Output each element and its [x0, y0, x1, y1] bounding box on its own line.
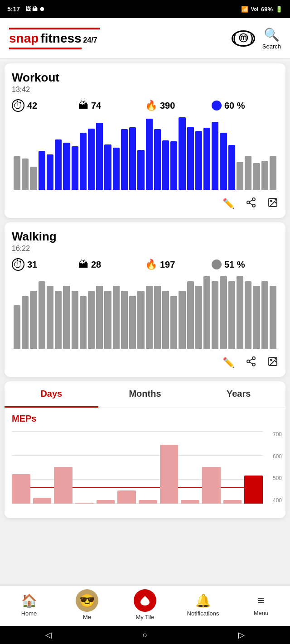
meps-bar	[139, 500, 157, 504]
workout-bar	[228, 145, 235, 190]
walking-bar	[72, 291, 78, 349]
meps-bar	[97, 500, 115, 504]
walking-actions: ✏️	[12, 352, 278, 370]
walking-bar	[39, 281, 45, 349]
workout-bar	[261, 161, 268, 190]
workout-stat-flame: 🔥 390	[145, 100, 212, 111]
percent-dot-blue	[212, 101, 222, 111]
meps-y-axis: 700 600 500 400	[273, 431, 282, 504]
walking-bar	[162, 291, 169, 349]
android-recents[interactable]: ▷	[238, 630, 245, 640]
signal-icon: Vol	[251, 6, 258, 12]
workout-bar	[121, 129, 128, 190]
workout-edit-button[interactable]: ✏️	[222, 197, 235, 211]
svg-point-15	[271, 359, 272, 360]
walking-share-button[interactable]	[246, 356, 256, 370]
svg-line-13	[250, 359, 253, 361]
timer-icon: ⏱	[12, 99, 24, 112]
meps-chart-container: 700 600 500 400	[5, 428, 285, 518]
menu-icon: ≡	[257, 593, 265, 608]
nav-mytile-label: My Tile	[135, 614, 154, 620]
walking-bar	[212, 281, 218, 349]
walking-add-image-button[interactable]	[267, 356, 278, 370]
tabs-row: Days Months Years	[5, 381, 285, 408]
workout-bar	[72, 146, 78, 190]
workout-flame-value: 390	[160, 101, 175, 111]
svg-point-0	[252, 198, 255, 201]
logo: snap fitness 24/7	[9, 28, 100, 49]
tab-months[interactable]: Months	[98, 381, 192, 408]
battery-icon: 🔋	[276, 6, 283, 13]
walking-card: Walking 16:22 ⏱ 31 🏔 28 🔥 197 51 % ✏️	[5, 222, 285, 377]
nav-notifications[interactable]: 🔔 Notifications	[185, 593, 221, 617]
workout-bar	[220, 133, 227, 190]
walking-mountain-value: 28	[91, 260, 101, 270]
wifi-icon: 📶	[241, 6, 248, 13]
logo-text: snap fitness 24/7	[9, 31, 100, 46]
workout-percent-value: 60 %	[224, 101, 245, 111]
app-header: snap fitness 24/7 ( ⓜ ) 🔍 Search	[0, 18, 290, 59]
tab-years[interactable]: Years	[192, 381, 285, 408]
mountain-icon: 🏔	[78, 100, 88, 111]
nav-menu-label: Menu	[254, 610, 269, 616]
workout-bar	[146, 119, 153, 190]
y-label-400: 400	[273, 497, 282, 504]
walking-bar	[195, 286, 202, 349]
svg-line-12	[250, 362, 253, 364]
svg-point-1	[247, 201, 250, 204]
workout-bar	[55, 139, 62, 190]
workout-bar	[104, 144, 111, 190]
walking-stat-flame: 🔥 197	[145, 259, 212, 270]
status-bar: 5:17 🖼 🏔 ⏺ 📶 Vol 69% 🔋	[0, 0, 290, 18]
workout-add-image-button[interactable]	[267, 197, 278, 211]
nav-home[interactable]: 🏠 Home	[11, 593, 47, 617]
meps-bar	[223, 500, 242, 504]
status-time: 5:17 🖼 🏔 ⏺	[7, 5, 45, 13]
walking-bar	[220, 276, 227, 349]
android-back[interactable]: ◁	[45, 630, 52, 640]
workout-bar	[170, 141, 177, 190]
workout-stat-timer: ⏱ 42	[12, 99, 78, 112]
motionworks-icon[interactable]: ( ⓜ )	[232, 30, 255, 47]
svg-line-3	[250, 203, 253, 205]
nav-home-label: Home	[21, 610, 37, 617]
workout-card: Workout 13:42 ⏱ 42 🏔 74 🔥 390 60 % ✏️	[5, 63, 285, 218]
home-icon: 🏠	[21, 593, 37, 608]
walking-bar	[137, 291, 144, 349]
workout-bar-chart	[12, 117, 278, 190]
workout-bar	[63, 143, 70, 190]
workout-bar	[14, 156, 20, 190]
meps-bar	[33, 498, 52, 504]
tab-days[interactable]: Days	[5, 381, 98, 408]
workout-share-button[interactable]	[246, 197, 256, 211]
workout-stat-percent: 60 %	[212, 101, 278, 111]
logo-bar-top	[9, 28, 100, 29]
search-button[interactable]: 🔍 Search	[262, 27, 281, 50]
workout-timer-value: 42	[27, 101, 37, 111]
svg-point-10	[247, 360, 250, 363]
mountain-icon-2: 🏔	[78, 259, 88, 270]
walking-bar	[170, 296, 177, 349]
workout-bar	[212, 122, 218, 190]
workout-actions: ✏️	[12, 193, 278, 211]
walking-timer-value: 31	[27, 260, 37, 270]
android-nav: ◁ ○ ▷	[0, 626, 290, 644]
workout-bar	[162, 140, 169, 190]
y-label-700: 700	[273, 431, 282, 437]
walking-stat-percent: 51 %	[212, 260, 278, 270]
nav-menu[interactable]: ≡ Menu	[243, 593, 279, 616]
walking-title: Walking	[12, 230, 278, 244]
nav-mytile[interactable]: My Tile	[127, 589, 163, 620]
walking-edit-button[interactable]: ✏️	[222, 356, 235, 370]
nav-me[interactable]: 😎 Me	[69, 589, 105, 620]
walking-time: 16:22	[12, 245, 278, 253]
walking-bar	[88, 291, 95, 349]
meps-bar	[160, 445, 179, 504]
walking-bar-chart	[12, 276, 278, 349]
logo-bar-bottom	[9, 48, 82, 49]
walking-bar	[63, 286, 70, 349]
workout-bar	[237, 162, 243, 190]
android-home[interactable]: ○	[143, 630, 148, 640]
meps-card: Days Months Years MEPs 700 600 500 400	[5, 381, 285, 518]
walking-bar	[187, 281, 194, 349]
